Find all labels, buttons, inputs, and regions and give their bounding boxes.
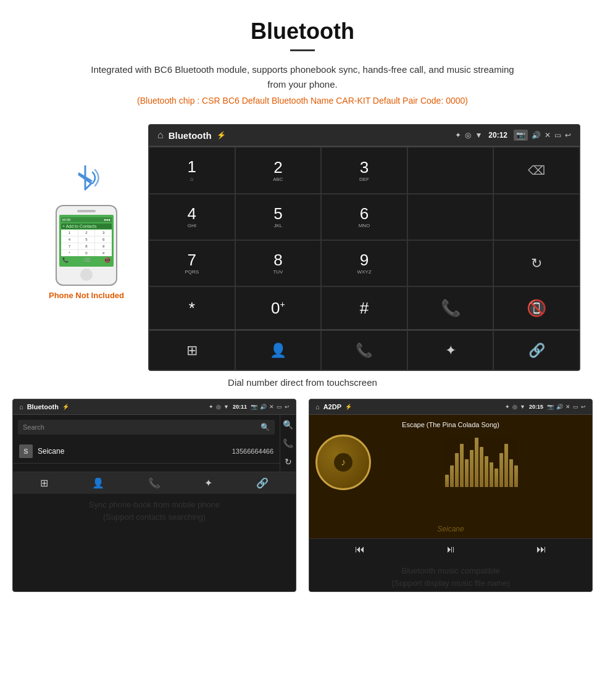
bluetooth-calls-icon[interactable]: ✦ — [407, 330, 494, 370]
pb-call-icon[interactable]: 📞 — [283, 438, 293, 448]
pb-usb-icon: ⚡ — [62, 404, 69, 410]
music-usb-icon: ⚡ — [345, 404, 352, 410]
pb-search-icon[interactable]: 🔍 — [283, 420, 293, 430]
backspace-button[interactable]: ⌫ — [493, 147, 580, 194]
title-divider — [290, 49, 315, 51]
music-header: ⌂ A2DP ⚡ ✦ ◎ ▼ 20:15 📷 🔊 ✕ ▭ ↩ — [309, 399, 592, 415]
dial-key-7[interactable]: 7 PQRS — [149, 240, 235, 286]
phone-screen: M:00●●● + Add to Contacts 123 456 789 *0… — [59, 215, 114, 267]
song-title: Escape (The Pina Colada Song) — [402, 421, 499, 428]
eq-bar — [514, 465, 518, 487]
music-back-icon[interactable]: ↩ — [581, 404, 586, 410]
phone-side: M:00●●● + Add to Contacts 123 456 789 *0… — [25, 124, 148, 300]
dial-key-6[interactable]: 6 MNO — [321, 194, 407, 240]
album-art: ♪ — [315, 435, 371, 490]
watermark: Seicane — [437, 525, 464, 533]
dial-key-star[interactable]: * — [149, 286, 235, 330]
pb-vol-icon[interactable]: 🔊 — [260, 404, 267, 410]
pb-person-icon[interactable]: 👤 — [92, 477, 104, 489]
dial-key-1[interactable]: 1 ⌂ — [149, 147, 235, 194]
end-call-button[interactable]: 📵 — [493, 286, 580, 330]
music-wifi-icon: ▼ — [520, 404, 525, 410]
music-cam-icon[interactable]: 📷 — [547, 404, 554, 410]
music-caption: Bluetooth music compatible (Support disp… — [309, 560, 592, 591]
eq-bar — [490, 462, 493, 487]
next-track-button[interactable]: ⏭ — [536, 544, 546, 555]
dial-key-4[interactable]: 4 GHI — [149, 194, 235, 240]
prev-track-button[interactable]: ⏮ — [355, 544, 365, 555]
search-icon[interactable]: 🔍 — [261, 423, 270, 431]
pb-win-icon[interactable]: ▭ — [277, 404, 282, 410]
music-loc-icon: ◎ — [512, 404, 517, 410]
eq-bar — [494, 469, 498, 487]
pb-time: 20:11 — [233, 404, 247, 410]
phonebook-list: Search 🔍 S Seicane 13566664466 — [13, 415, 280, 472]
dial-key-8[interactable]: 8 TUV — [235, 240, 322, 286]
page-description: Integrated with BC6 Bluetooth module, su… — [86, 62, 519, 92]
music-time: 20:15 — [529, 404, 543, 410]
phonebook-right-icons: 🔍 📞 ↻ — [280, 415, 296, 472]
back-icon[interactable]: ↩ — [565, 131, 571, 140]
dial-key-3[interactable]: 3 DEF — [321, 147, 407, 194]
eq-bar — [465, 459, 469, 487]
volume-icon[interactable]: 🔊 — [532, 131, 541, 140]
pb-back-icon[interactable]: ↩ — [285, 404, 290, 410]
pb-refresh-icon[interactable]: ↻ — [285, 457, 292, 467]
pb-wifi-icon: ▼ — [223, 404, 229, 410]
close-icon[interactable]: ✕ — [544, 131, 551, 140]
car-dialpad-screen: ⌂ Bluetooth ⚡ ✦ ◎ ▼ 20:12 📷 🔊 ✕ ▭ ↩ 1 ⌂ — [148, 124, 580, 371]
phonebook-bottom-bar: ⊞ 👤 📞 ✦ 🔗 — [13, 472, 296, 494]
empty-cell-1 — [407, 194, 494, 240]
eq-bar — [485, 456, 488, 487]
dial-key-hash[interactable]: # — [321, 286, 407, 330]
phonebook-search-bar[interactable]: Search 🔍 — [18, 420, 275, 435]
pb-cam-icon[interactable]: 📷 — [251, 404, 257, 410]
link-icon[interactable]: 🔗 — [493, 330, 580, 370]
empty-cell-3 — [407, 240, 494, 286]
dial-key-9[interactable]: 9 WXYZ — [321, 240, 407, 286]
camera-icon[interactable]: 📷 — [514, 130, 528, 141]
contacts-icon[interactable]: 👤 — [235, 330, 322, 370]
pb-close-icon[interactable]: ✕ — [269, 404, 274, 410]
empty-cell-2 — [493, 194, 580, 240]
contact-entry[interactable]: S Seicane 13566664466 — [13, 440, 280, 464]
recent-calls-icon[interactable]: 📞 — [321, 330, 407, 370]
pb-bt-icon: ✦ — [209, 404, 214, 410]
pb-dialpad-icon[interactable]: ⊞ — [40, 477, 48, 489]
phone-home-button — [80, 269, 93, 281]
time-display: 20:12 — [488, 131, 507, 140]
music-area: ♪ — [315, 435, 586, 490]
play-pause-button[interactable]: ⏯ — [446, 544, 456, 555]
bottom-screenshots: ⌂ Bluetooth ⚡ ✦ ◎ ▼ 20:11 📷 🔊 ✕ ▭ ↩ Sear… — [0, 399, 605, 592]
wifi-icon: ▼ — [475, 131, 482, 140]
pb-bluetooth-icon[interactable]: ✦ — [204, 477, 212, 489]
pb-screen-title: Bluetooth — [27, 403, 59, 410]
bluetooth-status-icon: ✦ — [455, 131, 461, 140]
pb-phone-icon[interactable]: 📞 — [148, 477, 161, 489]
dial-key-0[interactable]: 0+ — [235, 286, 322, 330]
music-close-icon[interactable]: ✕ — [565, 404, 570, 410]
home-icon[interactable]: ⌂ — [157, 130, 164, 141]
page-header: Bluetooth Integrated with BC6 Bluetooth … — [0, 0, 605, 124]
window-icon[interactable]: ▭ — [554, 131, 561, 140]
eq-bar — [509, 459, 513, 487]
refresh-button[interactable]: ↻ — [493, 240, 580, 286]
music-screen-title: A2DP — [323, 403, 341, 410]
phonebook-header: ⌂ Bluetooth ⚡ ✦ ◎ ▼ 20:11 📷 🔊 ✕ ▭ ↩ — [13, 399, 296, 415]
dial-key-5[interactable]: 5 JKL — [235, 194, 322, 240]
dial-key-2[interactable]: 2 ABC — [235, 147, 322, 194]
main-screenshot-area: M:00●●● + Add to Contacts 123 456 789 *0… — [0, 124, 605, 371]
music-screen: ⌂ A2DP ⚡ ✦ ◎ ▼ 20:15 📷 🔊 ✕ ▭ ↩ Escape (T… — [309, 399, 593, 592]
pb-link-icon[interactable]: 🔗 — [256, 477, 269, 489]
eq-bar — [504, 444, 508, 487]
music-win-icon[interactable]: ▭ — [573, 404, 578, 410]
pb-home-icon[interactable]: ⌂ — [19, 403, 23, 410]
music-content: Escape (The Pina Colada Song) ♪ Seicane — [309, 415, 592, 538]
phone-mockup: M:00●●● + Add to Contacts 123 456 789 *0… — [56, 205, 117, 286]
dialpad-icon[interactable]: ⊞ — [149, 330, 235, 370]
music-bt-icon: ✦ — [505, 404, 510, 410]
music-home-icon[interactable]: ⌂ — [315, 403, 320, 410]
call-button[interactable]: 📞 — [407, 286, 494, 330]
music-vol-icon[interactable]: 🔊 — [556, 404, 563, 410]
phone-speaker — [77, 210, 96, 212]
